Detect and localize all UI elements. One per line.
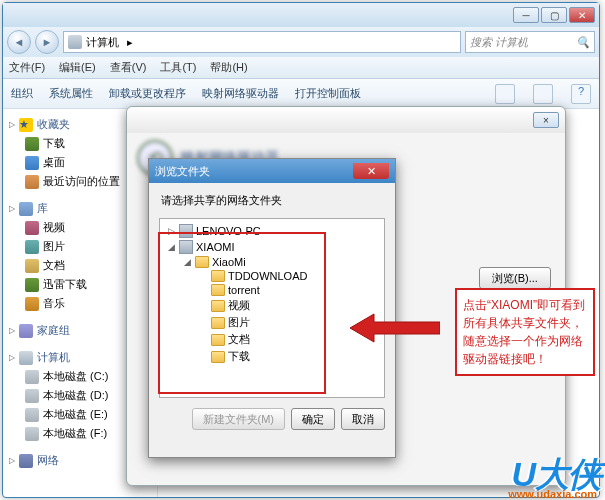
forward-button[interactable]: ► [35,30,59,54]
star-icon: ★ [19,118,33,132]
watermark-url: www.udaxia.com [508,488,597,500]
tree-item-label: LENOVO-PC [196,225,261,237]
tree-item[interactable]: torrent [164,283,380,297]
tree-item-label: TDDOWNLOAD [228,270,307,282]
computer-icon [68,35,82,49]
back-button[interactable]: ◄ [7,30,31,54]
tree-item[interactable]: 下载 [164,348,380,365]
twisty-icon: ◢ [182,257,192,267]
drive-icon [25,370,39,384]
browse-instruction: 请选择共享的网络文件夹 [149,183,395,214]
dialog-close-button[interactable]: × [533,112,559,128]
tree-item-label: 文档 [228,332,250,347]
breadcrumb-sep: ▸ [123,36,137,49]
dialog-titlebar: × [127,107,565,133]
toolbar: 组织 系统属性 卸载或更改程序 映射网络驱动器 打开控制面板 ? [3,79,599,109]
browse-folder-dialog: 浏览文件夹 ✕ 请选择共享的网络文件夹 ▷LENOVO-PC◢XIAOMI◢Xi… [148,158,396,458]
library-icon [19,202,33,216]
search-placeholder: 搜索 计算机 [470,35,528,50]
browse-button[interactable]: 浏览(B)... [479,267,551,289]
video-icon [25,221,39,235]
tree-item-label: XIAOMI [196,241,235,253]
folder-tree[interactable]: ▷LENOVO-PC◢XIAOMI◢XiaoMiTDDOWNLOADtorren… [159,218,385,398]
menu-help[interactable]: 帮助(H) [210,60,247,75]
browse-titlebar: 浏览文件夹 ✕ [149,159,395,183]
tree-item-label: XiaoMi [212,256,246,268]
addressbar-row: ◄ ► 计算机 ▸ 搜索 计算机 🔍 [3,27,599,57]
music-icon [25,297,39,311]
search-icon: 🔍 [576,36,590,49]
view-icon[interactable] [495,84,515,104]
tool-properties[interactable]: 系统属性 [49,86,93,101]
homegroup-icon [19,324,33,338]
network-icon [19,454,33,468]
browse-title: 浏览文件夹 [155,164,210,179]
xunlei-icon [25,278,39,292]
computer-icon [19,351,33,365]
tree-item[interactable]: ▷LENOVO-PC [164,223,380,239]
tree-item-label: 下载 [228,349,250,364]
tree-item[interactable]: TDDOWNLOAD [164,269,380,283]
tree-item[interactable]: 视频 [164,297,380,314]
drive-icon [25,427,39,441]
breadcrumb-computer[interactable]: 计算机 [82,35,123,50]
desktop-icon [25,156,39,170]
folder-icon [211,334,225,346]
folder-icon [211,351,225,363]
help-icon[interactable]: ? [571,84,591,104]
tool-mapdrive[interactable]: 映射网络驱动器 [202,86,279,101]
folder-icon [211,317,225,329]
annotation-callout: 点击“XIAOMI”即可看到所有具体共享文件夹，随意选择一个作为网络驱动器链接吧… [455,288,595,376]
browse-close-button[interactable]: ✕ [353,163,389,179]
svg-marker-0 [350,314,440,342]
preview-icon[interactable] [533,84,553,104]
annotation-arrow [350,310,440,346]
menubar: 文件(F) 编辑(E) 查看(V) 工具(T) 帮助(H) [3,57,599,79]
document-icon [25,259,39,273]
menu-edit[interactable]: 编辑(E) [59,60,96,75]
tree-item[interactable]: 文档 [164,331,380,348]
tree-item[interactable]: ◢XiaoMi [164,255,380,269]
folder-icon [195,256,209,268]
tree-item-label: 图片 [228,315,250,330]
folder-icon [211,284,225,296]
picture-icon [25,240,39,254]
menu-view[interactable]: 查看(V) [110,60,147,75]
maximize-button[interactable]: ▢ [541,7,567,23]
address-box[interactable]: 计算机 ▸ [63,31,461,53]
twisty-icon: ◢ [166,242,176,252]
menu-file[interactable]: 文件(F) [9,60,45,75]
tree-item-label: torrent [228,284,260,296]
drive-icon [25,408,39,422]
computer-icon [179,240,193,254]
ok-button[interactable]: 确定 [291,408,335,430]
folder-icon [211,270,225,282]
close-button[interactable]: ✕ [569,7,595,23]
tool-cpanel[interactable]: 打开控制面板 [295,86,361,101]
clock-icon [25,175,39,189]
tool-uninstall[interactable]: 卸载或更改程序 [109,86,186,101]
computer-icon [179,224,193,238]
titlebar: ─ ▢ ✕ [3,3,599,27]
tree-item[interactable]: ◢XIAOMI [164,239,380,255]
drive-icon [25,389,39,403]
search-input[interactable]: 搜索 计算机 🔍 [465,31,595,53]
tree-item[interactable]: 图片 [164,314,380,331]
twisty-icon: ▷ [166,226,176,236]
tree-item-label: 视频 [228,298,250,313]
folder-icon [211,300,225,312]
new-folder-button[interactable]: 新建文件夹(M) [192,408,286,430]
menu-tools[interactable]: 工具(T) [160,60,196,75]
minimize-button[interactable]: ─ [513,7,539,23]
download-icon [25,137,39,151]
cancel-button[interactable]: 取消 [341,408,385,430]
tool-organize[interactable]: 组织 [11,86,33,101]
